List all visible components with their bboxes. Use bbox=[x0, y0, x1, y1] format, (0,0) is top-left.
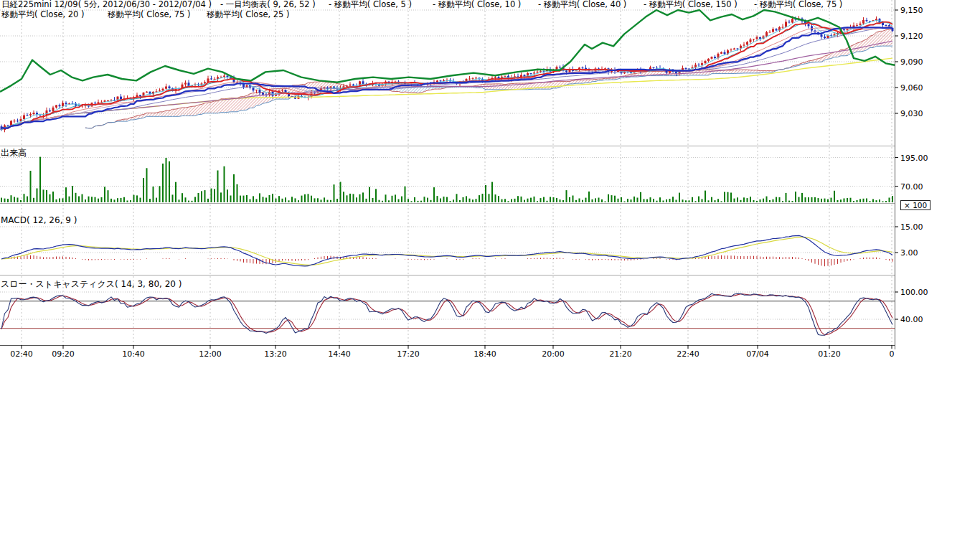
svg-text:9,060: 9,060 bbox=[900, 83, 923, 93]
svg-text:9,030: 9,030 bbox=[900, 109, 923, 118]
svg-text:17:20: 17:20 bbox=[397, 349, 420, 359]
svg-text:02:40: 02:40 bbox=[10, 349, 33, 359]
svg-text:13:20: 13:20 bbox=[264, 349, 287, 359]
macd-histogram bbox=[5, 255, 893, 266]
legend-ma5: - 移動平均( Close, 5 ) bbox=[329, 0, 412, 9]
svg-text:20:00: 20:00 bbox=[542, 349, 565, 359]
legend-ma10: - 移動平均( Close, 10 ) bbox=[433, 0, 521, 9]
svg-text:40.00: 40.00 bbox=[900, 315, 923, 324]
svg-text:18:40: 18:40 bbox=[473, 349, 496, 359]
volume-bars bbox=[1, 157, 893, 202]
svg-text:9,150: 9,150 bbox=[900, 6, 923, 15]
legend-ma75-2: 移動平均( Close, 75 ) bbox=[108, 10, 191, 19]
volume-multiplier-box: × 100 bbox=[900, 200, 930, 210]
legend-ma20: 移動平均( Close, 20 ) bbox=[1, 10, 85, 19]
stoch-panel-title: スロー・ストキャスティクス( 14, 3, 80, 20 ) bbox=[1, 278, 182, 291]
legend-ma40: - 移動平均( Close, 40 ) bbox=[538, 0, 626, 9]
svg-text:0: 0 bbox=[890, 349, 895, 359]
svg-text:21:20: 21:20 bbox=[609, 349, 632, 359]
legend-ma75: - 移動平均( Close, 75 ) bbox=[754, 0, 842, 9]
chart-application-window: 9,1509,1209,0909,0609,030195.0070.0015.0… bbox=[0, 0, 980, 551]
svg-text:9,120: 9,120 bbox=[900, 32, 923, 41]
legend-ichimoku: - 一目均衡表( 9, 26, 52 ) bbox=[220, 0, 316, 9]
svg-text:14:40: 14:40 bbox=[328, 349, 351, 359]
candlesticks bbox=[1, 16, 894, 132]
svg-text:70.00: 70.00 bbox=[900, 182, 923, 192]
stochastics bbox=[0, 293, 895, 335]
volume-panel-title: 出来高 bbox=[1, 147, 27, 159]
svg-text:195.00: 195.00 bbox=[900, 154, 928, 163]
svg-text:100.00: 100.00 bbox=[900, 288, 928, 297]
macd-lines bbox=[1, 235, 892, 266]
svg-text:9,090: 9,090 bbox=[900, 57, 923, 67]
svg-text:15.00: 15.00 bbox=[900, 222, 923, 232]
svg-text:09:20: 09:20 bbox=[52, 349, 75, 359]
chart-canvas[interactable]: 9,1509,1209,0909,0609,030195.0070.0015.0… bbox=[0, 0, 947, 366]
legend-ma25: 移動平均( Close, 25 ) bbox=[207, 10, 290, 19]
moving-averages bbox=[0, 10, 895, 130]
legend-instrument: 日経225mini 12/09( 5分, 2012/06/30 - 2012/0… bbox=[1, 0, 212, 9]
gridlines bbox=[0, 0, 895, 345]
svg-text:3.00: 3.00 bbox=[900, 248, 918, 258]
svg-text:07/04: 07/04 bbox=[746, 349, 769, 359]
svg-text:01:20: 01:20 bbox=[818, 349, 841, 359]
svg-text:10:40: 10:40 bbox=[122, 349, 145, 359]
svg-text:22:40: 22:40 bbox=[677, 349, 699, 359]
svg-text:12:00: 12:00 bbox=[199, 349, 222, 359]
macd-panel-title: MACD( 12, 26, 9 ) bbox=[1, 215, 77, 225]
legend-ma150: - 移動平均( Close, 150 ) bbox=[644, 0, 738, 9]
